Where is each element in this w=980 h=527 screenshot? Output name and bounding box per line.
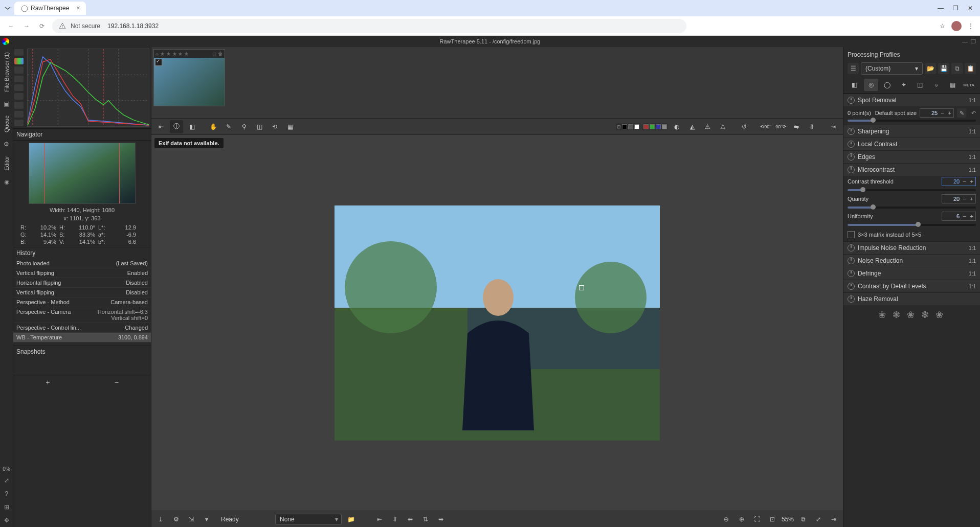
forward-icon[interactable]: →: [21, 22, 32, 30]
shadow-clip-icon[interactable]: ⚠: [701, 120, 714, 133]
tab-exposure-icon[interactable]: ◧: [848, 79, 862, 91]
micro-uniform-spinner[interactable]: −+: [942, 212, 976, 221]
arrow-icon[interactable]: ⤢: [2, 476, 11, 485]
hand-icon[interactable]: ✋: [207, 120, 220, 133]
spot-reset-icon[interactable]: ↶: [971, 110, 976, 117]
tab-color-icon[interactable]: ◯: [880, 79, 895, 91]
collapse-icon[interactable]: ⇤: [154, 120, 168, 133]
hist-toggle-3[interactable]: [14, 66, 24, 73]
tab-advanced-icon[interactable]: ✦: [897, 79, 911, 91]
folder-open-icon[interactable]: 📁: [345, 513, 357, 525]
panel-defringe[interactable]: Defringe1:1: [843, 267, 980, 280]
history-row[interactable]: WB - Temperature3100, 0.894: [13, 333, 151, 342]
profile-load-icon[interactable]: 📂: [925, 63, 936, 74]
spot-size-spinner[interactable]: −+: [920, 108, 954, 118]
maximize-icon[interactable]: ❐: [953, 5, 959, 12]
history-list[interactable]: Photo loaded(Last Saved)Vertical flippin…: [13, 259, 151, 346]
editor-tab[interactable]: Editor: [4, 153, 10, 174]
panel-impulse[interactable]: Impulse Noise Reduction1:1: [843, 241, 980, 254]
tab-close-icon[interactable]: ×: [76, 5, 80, 12]
histogram-canvas[interactable]: [27, 49, 149, 127]
gear-icon[interactable]: ⚙: [2, 140, 11, 149]
canvas-area[interactable]: Exif data not available.: [151, 135, 843, 511]
film-thumb[interactable]: ⟐ ★ ★ ★ ★ ★ ◻ 🗑: [153, 49, 225, 106]
micro-uniform-slider[interactable]: [848, 224, 976, 226]
hist-toggle-1[interactable]: [14, 49, 24, 56]
profile-copy-icon[interactable]: ⧉: [951, 63, 963, 74]
zoom-fit-icon[interactable]: ⛶: [751, 513, 763, 525]
history-row[interactable]: Photo loaded(Last Saved): [13, 259, 151, 268]
history-row[interactable]: Vertical flippingEnabled: [13, 268, 151, 278]
panel-cdl[interactable]: Contrast by Detail Levels1:1: [843, 280, 980, 292]
panel-micro[interactable]: Microcontrast1:1: [843, 163, 980, 176]
wb-picker-icon[interactable]: ⚲: [237, 120, 251, 133]
filebrowser-tab[interactable]: File Browser (1): [4, 49, 10, 95]
history-row[interactable]: Horizontal flippingDisabled: [13, 278, 151, 288]
spot-edit-icon[interactable]: ✎: [957, 108, 966, 118]
address-bar[interactable]: Not secure 192.168.1.18:3932: [52, 19, 686, 33]
info-icon[interactable]: ⓘ: [170, 120, 183, 133]
expand-icon[interactable]: ⇥: [827, 120, 840, 133]
panel-edges[interactable]: Edges1:1: [843, 150, 980, 163]
fullscreen-icon[interactable]: ⤢: [812, 513, 825, 525]
perspective-icon[interactable]: ▦: [283, 120, 297, 133]
hist-toggle-7[interactable]: [14, 102, 24, 108]
bg-white[interactable]: [634, 124, 639, 129]
tab-transform-icon[interactable]: ◫: [913, 79, 927, 91]
before-after-icon[interactable]: ◧: [185, 120, 198, 133]
micro-contrast-spinner[interactable]: −+: [942, 177, 976, 186]
panel-sharpening[interactable]: Sharpening1:1: [843, 125, 980, 138]
nav-first-icon[interactable]: ⇤: [373, 513, 386, 525]
levels-icon[interactable]: ⊞: [2, 502, 11, 512]
picker-icon[interactable]: ✎: [222, 120, 235, 133]
hist-toggle-9[interactable]: [14, 120, 24, 126]
app-min-icon[interactable]: —: [962, 38, 968, 45]
help-icon[interactable]: ?: [2, 489, 11, 498]
back-icon[interactable]: ←: [6, 22, 16, 30]
profile-dropdown[interactable]: (Custom)▾: [861, 62, 923, 75]
hist-toggle-5[interactable]: [14, 84, 24, 91]
rot90-r-icon[interactable]: 90°⟳: [774, 120, 788, 133]
nav-next-icon[interactable]: ➡: [435, 513, 447, 525]
new-window-icon[interactable]: ⧉: [797, 513, 809, 525]
tab-local-icon[interactable]: ▦: [945, 79, 960, 91]
mono-preview-icon[interactable]: ◐: [670, 120, 683, 133]
profile-save-icon[interactable]: 💾: [938, 63, 949, 74]
hist-toggle-6[interactable]: [14, 93, 24, 100]
tab-dropdown-icon[interactable]: [4, 5, 11, 12]
hist-toggle-8[interactable]: [14, 111, 24, 118]
clip-l[interactable]: [662, 124, 667, 129]
history-row[interactable]: Perspective - Control lin...Changed: [13, 323, 151, 333]
micro-quantity-slider[interactable]: [848, 207, 976, 209]
tab-raw-icon[interactable]: ⟐: [929, 79, 943, 91]
nav-prev-icon[interactable]: ⬅: [404, 513, 416, 525]
nav-sync-icon[interactable]: ⥯: [389, 513, 401, 525]
folder-icon[interactable]: ▣: [2, 99, 11, 108]
clip-b[interactable]: [656, 124, 661, 129]
history-row[interactable]: Vertical flippingDisabled: [13, 288, 151, 297]
hist-toggle-2[interactable]: [14, 58, 24, 64]
profile-paste-icon[interactable]: 📋: [965, 63, 976, 74]
profile-avatar[interactable]: [951, 21, 962, 31]
micro-quantity-spinner[interactable]: −+: [942, 194, 976, 203]
snapshot-remove-button[interactable]: −: [82, 376, 151, 388]
hist-toggle-4[interactable]: [14, 76, 24, 82]
queue-tab[interactable]: Queue: [4, 112, 10, 135]
browser-tab[interactable]: RawTherapee ×: [14, 2, 86, 15]
export-menu-icon[interactable]: ▾: [201, 513, 213, 525]
minimize-icon[interactable]: —: [938, 5, 944, 12]
rot90-l-icon[interactable]: ⟲90°: [759, 120, 772, 133]
zoom-in-icon[interactable]: ⊕: [736, 513, 748, 525]
micro-matrix-check[interactable]: 3×3 matrix instead of 5×5: [843, 228, 980, 241]
reload-icon[interactable]: ⟳: [37, 22, 47, 30]
output-profile-dropdown[interactable]: None: [275, 514, 342, 525]
collapse-r-icon[interactable]: ⇥: [828, 513, 840, 525]
export-icon[interactable]: ⇲: [185, 513, 197, 525]
crop-icon[interactable]: ◫: [253, 120, 266, 133]
micro-contrast-slider[interactable]: [848, 189, 976, 191]
tab-detail-icon[interactable]: ◎: [864, 79, 878, 91]
flip-v-icon[interactable]: ⥯: [805, 120, 818, 133]
navigator-thumb[interactable]: [29, 143, 136, 204]
history-row[interactable]: Perspective - MethodCamera-based: [13, 297, 151, 307]
tab-meta-icon[interactable]: META: [962, 79, 976, 91]
